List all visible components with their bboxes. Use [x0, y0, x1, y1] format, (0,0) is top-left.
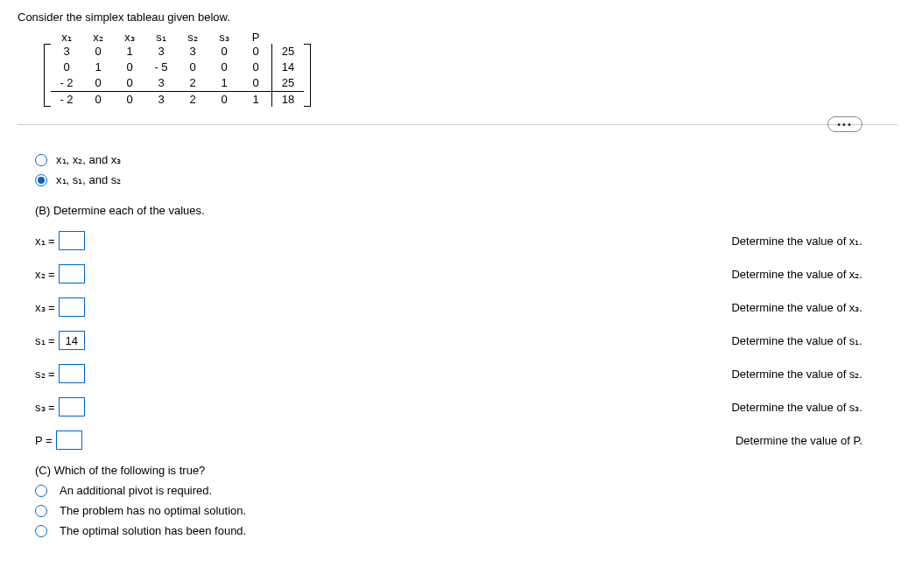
- header-cell: x₃: [114, 31, 145, 44]
- cell: 0: [82, 75, 114, 91]
- header-cell: x₁: [51, 31, 82, 44]
- s3-label: s₃ =: [35, 401, 55, 414]
- simplex-tableau: x₁ x₂ x₃ s₁ s₂ s₃ P 3 0 1 3 3 0 0 25 0 1: [44, 31, 897, 107]
- cell: 0: [240, 75, 271, 91]
- radio-c1[interactable]: [35, 485, 47, 497]
- option-group-c: An additional pivot is required. The pro…: [35, 484, 897, 537]
- bracket-left: [44, 44, 51, 107]
- header-cell: P: [240, 31, 271, 44]
- cell: 0: [82, 44, 114, 60]
- cell: 3: [145, 44, 177, 60]
- header-cell: s₂: [177, 31, 208, 44]
- x1-hint: Determine the value of x₁.: [731, 234, 862, 248]
- intro-text: Consider the simplex tableau given below…: [18, 10, 897, 24]
- cell: 3: [177, 44, 208, 60]
- radio-c2[interactable]: [35, 505, 47, 517]
- cell: - 2: [51, 75, 82, 91]
- x3-hint: Determine the value of x₃.: [731, 301, 862, 314]
- cell: 0: [208, 92, 240, 107]
- p-input[interactable]: [56, 430, 82, 450]
- cell: 0: [114, 60, 145, 75]
- radio-c3[interactable]: [35, 525, 47, 537]
- tableau-headers: x₁ x₂ x₃ s₁ s₂ s₃ P: [51, 31, 897, 44]
- option-group-a: x₁, x₂, and x₃ x₁, s₁, and s₂: [35, 153, 897, 186]
- s3-hint: Determine the value of s₃.: [731, 401, 862, 414]
- s1-input[interactable]: [59, 331, 85, 350]
- cell: 2: [177, 75, 208, 91]
- cell: 0: [114, 92, 145, 107]
- s1-label: s₁ =: [35, 334, 55, 347]
- table-row: - 2 0 0 3 2 1 0 25: [51, 75, 304, 91]
- cell: 0: [208, 44, 240, 60]
- table-row: 3 0 1 3 3 0 0 25: [51, 44, 304, 60]
- x2-hint: Determine the value of x₂.: [731, 268, 862, 281]
- cell: 2: [177, 92, 208, 107]
- cell: 18: [272, 92, 304, 107]
- s3-input[interactable]: [59, 397, 85, 416]
- s2-input[interactable]: [59, 364, 85, 383]
- c3-label: The optimal solution has been found.: [60, 524, 246, 537]
- cell: 3: [145, 75, 177, 91]
- cell: 0: [177, 60, 208, 75]
- cell: 1: [82, 60, 114, 75]
- cell: - 2: [51, 92, 82, 107]
- cell: 0: [51, 60, 82, 75]
- cell: 14: [272, 60, 304, 75]
- x3-input[interactable]: [59, 298, 85, 317]
- cell: 3: [51, 44, 82, 60]
- section-b-title: (B) Determine each of the values.: [35, 204, 897, 217]
- cell: 0: [114, 75, 145, 91]
- s2-label: s₂ =: [35, 368, 55, 381]
- s1-hint: Determine the value of s₁.: [731, 334, 862, 347]
- x2-input[interactable]: [59, 264, 85, 284]
- x1-input[interactable]: [59, 231, 85, 250]
- p-hint: Determine the value of P.: [736, 434, 862, 447]
- opt2-label: x₁, s₁, and s₂: [56, 173, 121, 186]
- cell: 0: [208, 60, 240, 75]
- cell: 1: [240, 92, 271, 107]
- divider: [18, 124, 897, 125]
- section-c-title: (C) Which of the following is true?: [35, 464, 897, 477]
- radio-opt2[interactable]: [35, 174, 47, 186]
- p-label: P =: [35, 434, 53, 447]
- table-row: - 2 0 0 3 2 0 1 18: [51, 91, 304, 107]
- c1-label: An additional pivot is required.: [60, 484, 212, 497]
- x3-label: x₃ =: [35, 301, 55, 314]
- cell: 0: [82, 92, 114, 107]
- bracket-right: [304, 44, 311, 107]
- cell: 3: [145, 92, 177, 107]
- table-row: 0 1 0 - 5 0 0 0 14: [51, 60, 304, 75]
- x2-label: x₂ =: [35, 268, 55, 281]
- radio-opt1[interactable]: [35, 154, 47, 166]
- header-cell: x₂: [82, 31, 114, 44]
- cell: 1: [114, 44, 145, 60]
- s2-hint: Determine the value of s₂.: [731, 368, 862, 381]
- cell: 25: [272, 75, 304, 91]
- cell: 0: [240, 60, 271, 75]
- opt1-label: x₁, x₂, and x₃: [56, 153, 121, 166]
- header-cell: [271, 31, 303, 44]
- c2-label: The problem has no optimal solution.: [60, 504, 246, 517]
- x1-label: x₁ =: [35, 234, 55, 248]
- cell: 1: [208, 75, 240, 91]
- cell: - 5: [145, 60, 177, 75]
- more-button[interactable]: •••: [827, 116, 862, 132]
- header-cell: s₁: [145, 31, 177, 44]
- header-cell: s₃: [208, 31, 240, 44]
- cell: 0: [240, 44, 271, 60]
- cell: 25: [272, 44, 304, 60]
